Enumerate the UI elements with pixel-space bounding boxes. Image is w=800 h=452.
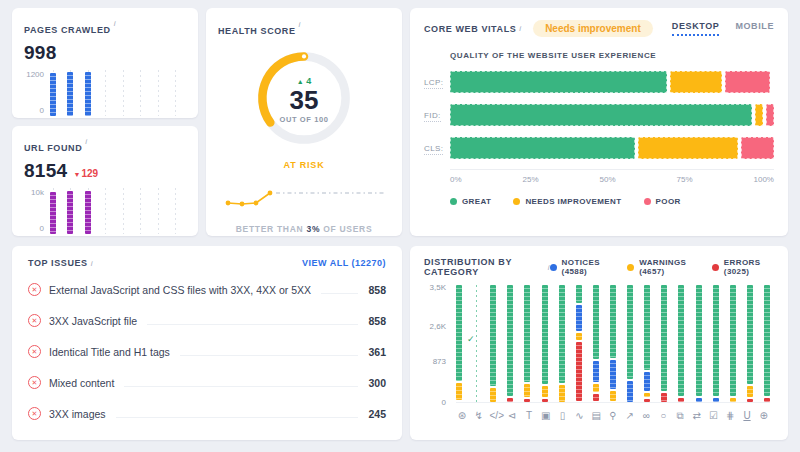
category-bar[interactable]	[730, 285, 736, 402]
issue-row[interactable]: ✕3XX images245	[28, 398, 386, 429]
leader-line	[180, 355, 359, 356]
poor-segment[interactable]	[766, 104, 774, 126]
category-bar[interactable]	[678, 285, 684, 402]
content-icon[interactable]: ▤	[590, 410, 602, 422]
chart-slot	[50, 70, 56, 116]
leader-line	[321, 293, 358, 294]
bar-segment	[747, 386, 753, 396]
url-found-card: URL FOUNDi 8154 ▼129 10k 0	[12, 126, 198, 236]
info-icon[interactable]: i	[114, 19, 116, 28]
great-segment[interactable]	[450, 71, 667, 93]
bar-segment	[456, 383, 462, 401]
health-score-title: HEALTH SCORE	[218, 26, 296, 36]
category-bar[interactable]	[524, 285, 530, 402]
localization-icon[interactable]: ⊕	[758, 410, 770, 422]
issue-count: 300	[368, 377, 386, 389]
links-icon[interactable]: ∞	[640, 410, 652, 422]
chart-slot	[67, 188, 73, 234]
duplicates-icon[interactable]: ⧉	[674, 410, 686, 422]
category-bar[interactable]	[627, 285, 633, 402]
external-link-icon[interactable]: ↗	[624, 410, 636, 422]
code-icon[interactable]: </>	[490, 410, 502, 422]
tab-mobile[interactable]: MOBILE	[735, 21, 774, 36]
vitals-icon[interactable]: ∿	[573, 410, 585, 422]
cwv-row: CLS:	[424, 137, 774, 159]
info-icon[interactable]: i	[519, 24, 521, 33]
bar-segment	[576, 333, 582, 340]
chart-bar[interactable]	[67, 191, 73, 234]
mobile-icon[interactable]: ▯	[557, 410, 569, 422]
redirects-icon[interactable]: ⇄	[691, 410, 703, 422]
promotion-icon[interactable]: ⊲	[506, 410, 518, 422]
search-icon[interactable]: ⚲	[607, 410, 619, 422]
status-badge: Needs improvement	[533, 20, 653, 37]
bar-segment	[644, 393, 650, 397]
y-tick-label: 2,6K	[430, 322, 446, 331]
category-bar[interactable]	[559, 285, 565, 402]
chart-bar[interactable]	[85, 191, 91, 234]
bar-segment	[678, 398, 684, 402]
underline-icon[interactable]: U	[741, 410, 753, 422]
bar-segment	[593, 384, 599, 392]
score-status: AT RISK	[218, 160, 390, 170]
chart-slot	[172, 188, 178, 234]
top-issues-card: TOP ISSUESi VIEW ALL (12270) ✕External J…	[12, 246, 402, 440]
x-tick-label: 50%	[600, 175, 616, 184]
cwv-subtitle: QUALITY OF THE WEBSITE USER EXPERIENCE	[450, 51, 774, 60]
category-bar[interactable]	[764, 285, 770, 402]
info-icon[interactable]: i	[91, 259, 93, 268]
package-icon[interactable]: ⊛	[456, 410, 468, 422]
chart-bar[interactable]	[50, 73, 56, 116]
info-icon[interactable]: i	[299, 20, 301, 29]
chart-bar[interactable]	[50, 192, 56, 234]
chart-slot	[50, 188, 56, 234]
category-bar[interactable]	[610, 285, 616, 402]
needs-improvement-segment[interactable]	[638, 137, 738, 159]
bar-segment	[593, 285, 599, 359]
images-icon[interactable]: ▣	[540, 410, 552, 422]
chart-bar[interactable]	[67, 72, 73, 116]
category-bar[interactable]	[576, 285, 582, 402]
chart-slot	[85, 70, 91, 116]
chart-bar[interactable]	[85, 72, 91, 116]
leader-line	[116, 417, 359, 418]
performance-icon[interactable]: ↯	[473, 410, 485, 422]
validation-icon[interactable]: ☑	[707, 410, 719, 422]
chart-slot	[85, 188, 91, 234]
category-bar[interactable]	[542, 285, 548, 402]
great-segment[interactable]	[450, 137, 635, 159]
category-bar[interactable]	[747, 285, 753, 402]
great-segment[interactable]	[450, 104, 752, 126]
bar-segment	[678, 285, 684, 396]
legend-item: WARNINGS (4657)	[627, 258, 698, 276]
filters-icon[interactable]: ⋕	[724, 410, 736, 422]
loop-icon[interactable]: ○	[657, 410, 669, 422]
score-out-of: OUT OF 100	[280, 115, 329, 124]
issue-row[interactable]: ✕External JavaScript and CSS files with …	[28, 274, 386, 305]
category-bar[interactable]	[593, 285, 599, 402]
poor-segment[interactable]	[741, 137, 773, 159]
category-bar[interactable]	[696, 285, 702, 402]
needs-improvement-segment[interactable]	[670, 71, 722, 93]
category-bar[interactable]	[713, 285, 719, 402]
cwv-row-label: CLS:	[424, 144, 450, 153]
issue-row[interactable]: ✕3XX JavaScript file858	[28, 305, 386, 336]
issue-row[interactable]: ✕Identical Title and H1 tags361	[28, 336, 386, 367]
legend-dot	[450, 198, 457, 205]
category-bar[interactable]	[507, 285, 513, 402]
category-bar[interactable]	[490, 285, 496, 402]
category-bar[interactable]	[644, 285, 650, 402]
tab-desktop[interactable]: DESKTOP	[672, 21, 720, 36]
info-icon[interactable]: i	[85, 137, 87, 146]
slot-guide-line	[158, 70, 159, 116]
slot-guide-line	[158, 188, 159, 234]
view-all-link[interactable]: VIEW ALL (12270)	[302, 258, 386, 268]
category-bar[interactable]: ✓	[473, 285, 479, 402]
needs-improvement-segment[interactable]	[755, 104, 763, 126]
category-bar[interactable]	[661, 285, 667, 402]
poor-segment[interactable]	[725, 71, 770, 93]
titles-icon[interactable]: T	[523, 410, 535, 422]
chart-slot	[172, 70, 178, 116]
category-bar[interactable]	[456, 285, 462, 402]
issue-row[interactable]: ✕Mixed content300	[28, 367, 386, 398]
